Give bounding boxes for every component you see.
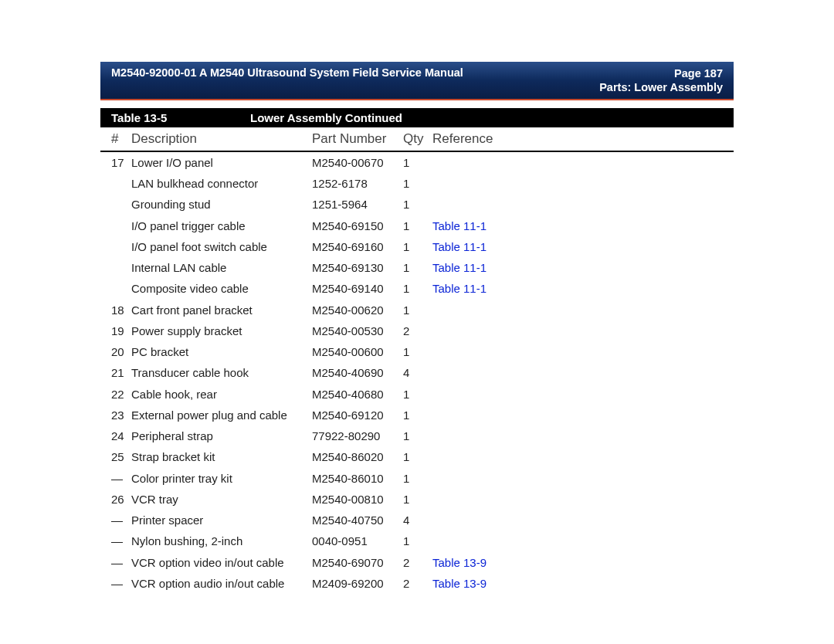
cell-part-number: M2540-00600	[312, 344, 403, 360]
table-row: 26VCR trayM2540-008101	[100, 489, 734, 510]
page-label: Page	[674, 67, 701, 80]
cell-reference	[432, 449, 734, 465]
cell-qty: 1	[403, 197, 432, 212]
cell-reference: Table 13-9	[432, 555, 734, 571]
reference-link[interactable]: Table 13-9	[432, 556, 486, 569]
table-row: 21Transducer cable hookM2540-406904	[100, 363, 734, 384]
cell-part-number: M2540-40750	[312, 513, 403, 528]
cell-reference	[432, 471, 734, 486]
cell-part-number: M2540-40680	[312, 387, 403, 402]
cell-reference: Table 13-9	[432, 576, 734, 591]
reference-link[interactable]: Table 11-1	[432, 282, 486, 295]
cell-part-number: M2540-00620	[312, 303, 403, 318]
cell-part-number: 1252-6178	[312, 176, 403, 192]
table-row: —Color printer tray kitM2540-860101	[100, 468, 734, 489]
cell-description: Grounding stud	[131, 197, 312, 212]
table-row: I/O panel foot switch cableM2540-691601T…	[100, 236, 734, 257]
cell-num: 17	[111, 155, 131, 171]
cell-reference	[432, 344, 734, 360]
cell-description: Power supply bracket	[131, 324, 312, 339]
cell-part-number: M2540-69150	[312, 219, 403, 234]
cell-part-number: M2540-00530	[312, 324, 403, 339]
cell-num: 20	[111, 344, 131, 360]
table-row: I/O panel trigger cableM2540-691501Table…	[100, 215, 734, 236]
cell-qty: 1	[403, 239, 432, 255]
cell-reference	[432, 365, 734, 381]
table-row: —Printer spacerM2540-407504	[100, 510, 734, 531]
cell-qty: 4	[403, 365, 432, 381]
col-header-ref: Reference	[432, 131, 734, 147]
table-row: Composite video cableM2540-691401Table 1…	[100, 279, 734, 300]
table-row: 23External power plug and cableM2540-691…	[100, 405, 734, 425]
cell-num	[111, 176, 131, 192]
cell-qty: 1	[403, 260, 432, 276]
cell-num: —	[111, 471, 131, 486]
table-row: 22Cable hook, rearM2540-406801	[100, 384, 734, 405]
cell-reference	[432, 408, 734, 423]
cell-part-number: M2540-69130	[312, 260, 403, 276]
cell-part-number: M2540-69140	[312, 281, 403, 297]
table-body: 17Lower I/O panelM2540-006701LAN bulkhea…	[100, 152, 734, 594]
cell-description: Cable hook, rear	[131, 387, 312, 402]
page: M2540-92000-01 A M2540 Ultrasound System…	[100, 62, 734, 595]
cell-num: 23	[111, 408, 131, 423]
cell-description: Transducer cable hook	[131, 365, 312, 381]
cell-num: 19	[111, 324, 131, 339]
reference-link[interactable]: Table 11-1	[432, 219, 486, 232]
cell-reference	[432, 303, 734, 318]
page-number: 187	[704, 67, 723, 80]
cell-qty: 1	[403, 219, 432, 234]
cell-num	[111, 260, 131, 276]
cell-qty: 1	[403, 471, 432, 486]
cell-reference	[432, 429, 734, 444]
cell-num: —	[111, 513, 131, 528]
table-row: 18Cart front panel bracketM2540-006201	[100, 300, 734, 320]
reference-link[interactable]: Table 11-1	[432, 240, 486, 253]
cell-num	[111, 239, 131, 255]
table-row: —VCR option video in/out cableM2540-6907…	[100, 552, 734, 573]
cell-description: VCR option audio in/out cable	[131, 576, 312, 591]
cell-part-number: M2540-40690	[312, 365, 403, 381]
cell-reference	[432, 197, 734, 212]
cell-part-number: M2409-69200	[312, 576, 403, 591]
cell-part-number: M2540-00670	[312, 155, 403, 171]
cell-part-number: 77922-80290	[312, 429, 403, 444]
cell-description: I/O panel foot switch cable	[131, 239, 312, 255]
cell-reference	[432, 176, 734, 192]
cell-qty: 1	[403, 344, 432, 360]
cell-reference	[432, 534, 734, 549]
cell-num: 21	[111, 365, 131, 381]
cell-qty: 1	[403, 429, 432, 444]
cell-description: Printer spacer	[131, 513, 312, 528]
cell-reference	[432, 155, 734, 171]
cell-qty: 2	[403, 555, 432, 571]
cell-reference: Table 11-1	[432, 239, 734, 255]
table-title-bar: Table 13-5 Lower Assembly Continued	[100, 108, 734, 127]
reference-link[interactable]: Table 11-1	[432, 261, 486, 274]
cell-part-number: 0040-0951	[312, 534, 403, 549]
cell-reference	[432, 492, 734, 507]
cell-num	[111, 219, 131, 234]
cell-qty: 1	[403, 492, 432, 507]
table-row: 17Lower I/O panelM2540-006701	[100, 152, 734, 173]
cell-num: —	[111, 555, 131, 571]
reference-link[interactable]: Table 13-9	[432, 577, 486, 590]
cell-num	[111, 197, 131, 212]
cell-num: 26	[111, 492, 131, 507]
table-header-row: # Description Part Number Qty Reference	[100, 127, 734, 152]
cell-qty: 1	[403, 155, 432, 171]
table-row: Grounding stud1251-59641	[100, 195, 734, 215]
cell-qty: 1	[403, 449, 432, 465]
cell-reference	[432, 513, 734, 528]
cell-reference	[432, 387, 734, 402]
table-number: Table 13-5	[111, 111, 250, 124]
col-header-desc: Description	[131, 131, 312, 147]
table-row: —Nylon bushing, 2-inch0040-09511	[100, 531, 734, 552]
cell-num	[111, 281, 131, 297]
cell-qty: 1	[403, 408, 432, 423]
cell-part-number: M2540-86010	[312, 471, 403, 486]
manual-title: M2540-92000-01 A M2540 Ultrasound System…	[111, 66, 463, 79]
cell-qty: 1	[403, 281, 432, 297]
cell-description: LAN bulkhead connector	[131, 176, 312, 192]
cell-description: VCR option video in/out cable	[131, 555, 312, 571]
